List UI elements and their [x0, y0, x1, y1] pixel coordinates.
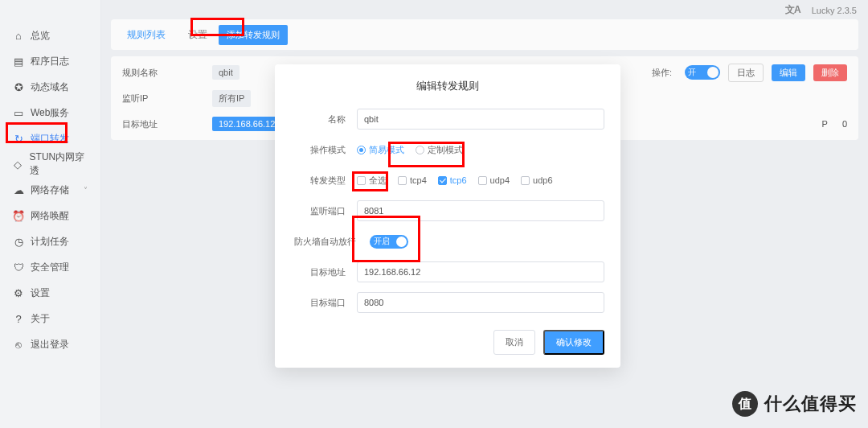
- type-label: 转发类型: [291, 175, 357, 187]
- checkbox-icon: [521, 176, 530, 185]
- radio-dot-icon: [416, 146, 424, 154]
- cancel-button[interactable]: 取消: [493, 330, 535, 355]
- firewall-switch[interactable]: 开启: [370, 235, 408, 249]
- checkbox-udp4[interactable]: udp4: [478, 175, 510, 185]
- modal-title: 编辑转发规则: [291, 79, 604, 93]
- confirm-button[interactable]: 确认修改: [543, 330, 604, 355]
- target-port-input[interactable]: [357, 292, 604, 313]
- checkbox-all[interactable]: 全选: [357, 175, 387, 187]
- checkbox-tcp6[interactable]: tcp6: [438, 175, 467, 185]
- checkbox-icon: [478, 176, 487, 185]
- radio-custom-mode[interactable]: 定制模式: [416, 144, 463, 156]
- target-addr-label: 目标地址: [291, 266, 357, 278]
- checkbox-icon: [357, 176, 366, 185]
- watermark: 值 什么值得买: [732, 391, 857, 417]
- firewall-label: 防火墙自动放行: [291, 236, 370, 248]
- target-port-label: 目标端口: [291, 297, 357, 309]
- listen-port-label: 监听端口: [291, 205, 357, 217]
- name-label: 名称: [291, 113, 357, 126]
- checkbox-udp6[interactable]: udp6: [521, 175, 552, 185]
- watermark-badge-icon: 值: [732, 391, 758, 417]
- radio-simple-mode[interactable]: 简易模式: [357, 144, 404, 156]
- checkbox-icon: [438, 176, 447, 185]
- edit-rule-modal: 编辑转发规则 名称 操作模式 简易模式 定制模式 转发类型 全选 tcp4 tc…: [275, 64, 620, 368]
- watermark-text: 什么值得买: [764, 392, 857, 416]
- name-input[interactable]: [357, 109, 604, 130]
- checkbox-tcp4[interactable]: tcp4: [398, 175, 427, 185]
- radio-dot-icon: [357, 146, 366, 154]
- target-addr-input[interactable]: [357, 261, 604, 282]
- listen-port-input[interactable]: [357, 200, 604, 221]
- checkbox-icon: [398, 176, 407, 185]
- mode-label: 操作模式: [291, 144, 357, 156]
